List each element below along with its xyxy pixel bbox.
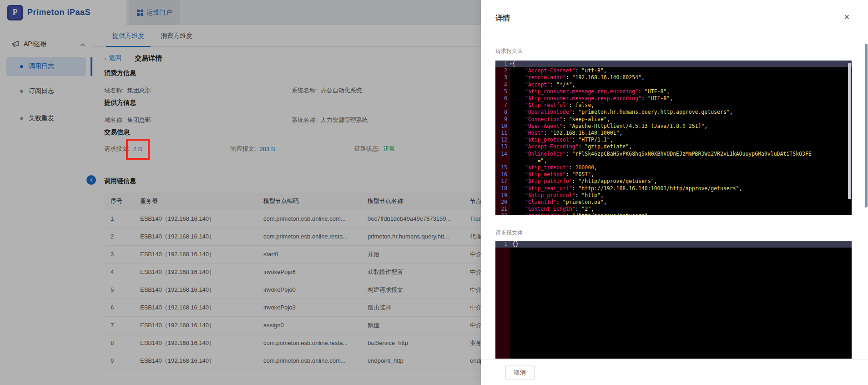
code-line: 19 "$http_protocol": "http", [495,192,852,199]
code-line: 5 "$tip_consumer.message.req.encoding": … [495,88,852,95]
fold-caret-icon[interactable]: ▼ [510,61,512,67]
line-number: 9 [495,116,510,123]
line-number: 5 [495,88,510,95]
line-number: 14 [495,151,510,157]
line-number: 22 [495,213,510,215]
drawer-scrollbar[interactable] [865,44,868,208]
code-line: 4 "Accept": "*/*", [495,81,852,88]
line-number: 2 [495,67,510,74]
line-number: 7 [495,102,510,109]
drawer-footer: 取消 [481,360,868,385]
line-number: 19 [495,192,510,199]
code-line: 15 "$tip_timeout": 200000, [495,164,852,171]
line-number: 21 [495,206,510,213]
details-drawer: 详情 ✕ 请求报文头 1▼ { 2 "Accept-Charset": "utf… [481,0,868,385]
line-number: 15 [495,164,510,171]
editor-scrollbar[interactable] [848,63,851,199]
line-number: 16 [495,171,510,178]
code-line: 13 "Accept-Encoding": "gzip,deflate", [495,143,852,150]
code-line: 9 "Connection": "keep-alive", [495,116,852,123]
line-number: 6 [495,95,510,102]
request-header-editor[interactable]: 1▼ { 2 "Accept-Charset": "utf-8", 3 "rem… [495,61,852,215]
drawer-title: 详情 [495,14,510,23]
line-number: 18 [495,185,510,192]
line-number [495,157,510,164]
code-line: 14 "OnlineToken": "rPlSk46zpCBaH5vPK68hq… [495,151,852,157]
line-number: 10 [495,123,510,130]
code-line: 1▼ { [495,61,852,67]
request-body-label: 请求报文体 [495,229,523,237]
code-line: 22 "receiverKey": "/http/approve/getuser… [495,213,852,215]
code-line: =", [495,157,852,164]
code-line: 17 "$tip_pathInfo": "/http/approve/getus… [495,178,852,185]
app-root: P Primeton iPaaS 运维门户 API运维 调用日志 订阅日志 [0,0,868,385]
code-line: 12 "$tip_protocol": "HTTP/1.1", [495,137,852,143]
line-number: 13 [495,143,510,150]
line-number: 20 [495,199,510,206]
line-number: 17 [495,178,510,185]
code-line: 8 "OperationCode": "primeton.hr.humans.q… [495,109,852,116]
code-line: 11 "Host": "192.168.16.140:10001", [495,130,852,137]
code-line: 10 "User-Agent": "Apache-HttpClient/4.5.… [495,123,852,130]
close-icon[interactable]: ✕ [844,13,850,21]
line-number: 3 [495,74,510,81]
line-number: 12 [495,137,510,143]
code-line: 1 {} [495,241,852,248]
cancel-button[interactable]: 取消 [505,365,535,380]
line-number: 1 [495,241,510,248]
line-number: 1▼ [495,61,510,67]
code-line: 16 "$tip_method": "POST", [495,171,852,178]
line-number: 4 [495,81,510,88]
code-line: 2 "Accept-Charset": "utf-8", [495,67,852,74]
request-body-editor[interactable]: 1 {} [495,241,852,359]
code-line: 3 "remote.addr": "192.168.16.140:60254", [495,74,852,81]
line-number: 8 [495,109,510,116]
code-line: 6 "$tip_consumer.message.resp.encoding":… [495,95,852,102]
code-line: 20 "ClientId": "primeton.oa", [495,199,852,206]
code-line: 7 "$tip_restful": false, [495,102,852,109]
code-line: 21 "Content-Length": "2", [495,206,852,213]
request-header-label: 请求报文头 [495,47,523,55]
line-number: 11 [495,130,510,137]
code-line: 18 "$tip_real_url": "http://192.168.16.1… [495,185,852,192]
